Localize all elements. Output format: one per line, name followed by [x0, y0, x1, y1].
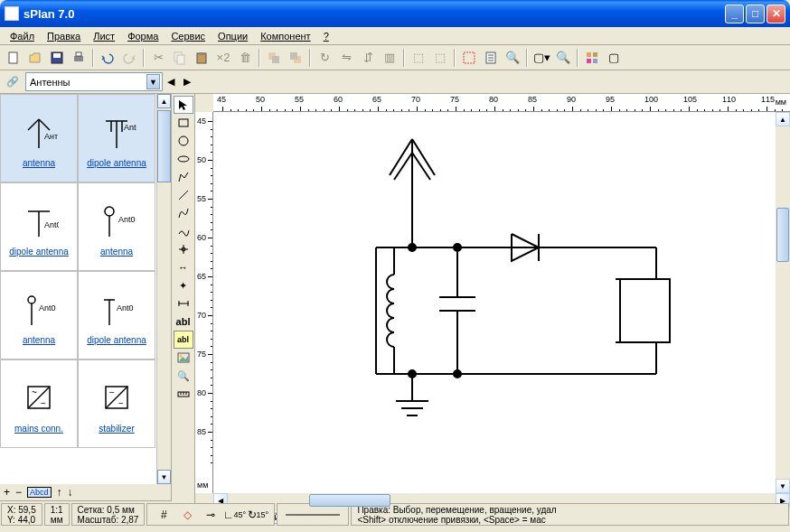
symbol-item[interactable]: Ant0 dipole antenna [0, 182, 78, 271]
symbol-item[interactable]: −− stabilizer [78, 359, 155, 448]
save-button[interactable] [47, 48, 67, 68]
category-dropdown[interactable]: Антенны ▼ [25, 72, 163, 91]
menu-service[interactable]: Сервис [165, 29, 212, 43]
redo-button[interactable] [119, 48, 139, 68]
color-button[interactable] [582, 48, 602, 68]
measure-tool[interactable] [174, 385, 193, 403]
symbol-item[interactable]: Ant0 dipole antenna [78, 94, 155, 182]
node-tool[interactable]: ✦ [174, 276, 193, 294]
minimize-button[interactable]: _ [725, 5, 744, 23]
send-back-button[interactable] [286, 48, 306, 68]
svg-point-37 [28, 296, 35, 303]
undo-button[interactable] [98, 48, 118, 68]
svg-point-73 [409, 244, 416, 251]
symbol-label: antenna [100, 247, 133, 257]
lib-sort-button[interactable]: Abcd [27, 487, 52, 498]
scroll-down-button[interactable]: ▼ [157, 470, 171, 484]
line-tool[interactable] [174, 186, 193, 204]
ungroup-button[interactable]: ⬚ [430, 48, 450, 68]
label-tool[interactable]: abl [174, 331, 193, 349]
vertical-scrollbar[interactable]: ▲ ▼ [776, 112, 790, 493]
menu-form[interactable]: Форма [121, 29, 165, 43]
flip-h-button[interactable]: ⇋ [336, 48, 356, 68]
prev-category-button[interactable]: ◀ [163, 73, 179, 91]
menu-options[interactable]: Опции [212, 29, 254, 43]
list-button[interactable] [481, 48, 501, 68]
special-tool[interactable] [174, 240, 193, 258]
menu-sheet[interactable]: Лист [87, 29, 121, 43]
svg-line-70 [394, 153, 412, 180]
bring-front-button[interactable] [264, 48, 284, 68]
endpoint-icon[interactable]: ⊸ [202, 506, 220, 524]
drawing-canvas[interactable] [213, 112, 776, 493]
scrollbar-thumb[interactable] [776, 208, 789, 262]
cut-button[interactable]: ✂ [148, 48, 168, 68]
zoom-button[interactable]: 🔍 [553, 48, 573, 68]
svg-text:Ант: Ант [44, 132, 58, 141]
symbol-item[interactable]: Ant0 dipole antenna [78, 271, 155, 359]
svg-rect-2 [53, 53, 61, 58]
snap-button[interactable] [459, 48, 479, 68]
menu-file[interactable]: Файл [4, 29, 41, 43]
polygon-tool[interactable] [174, 168, 193, 186]
rotate-button[interactable]: ↻ [315, 48, 334, 68]
lib-down-button[interactable]: ↓ [68, 486, 73, 499]
vertical-ruler: мм 455055606570758085 [195, 112, 213, 493]
maximize-button[interactable]: □ [746, 5, 765, 23]
link-icon[interactable]: 🔗 [4, 73, 22, 91]
symbol-item[interactable]: ~− mains conn. [0, 359, 78, 448]
symbol-item[interactable]: Ant0 antenna [0, 271, 78, 359]
close-button[interactable]: ✕ [766, 5, 785, 23]
freehand-tool[interactable] [174, 222, 193, 240]
print-button[interactable] [69, 48, 89, 68]
page-button[interactable]: ▢▾ [531, 48, 551, 68]
group-button[interactable]: ⬚ [409, 48, 428, 68]
select-tool[interactable] [174, 96, 193, 114]
symbol-item[interactable]: Ант antenna [0, 94, 78, 182]
circle-tool[interactable] [174, 132, 193, 150]
svg-text:−: − [118, 398, 124, 408]
paste-button[interactable] [192, 48, 212, 68]
lib-add-button[interactable]: + [4, 486, 10, 499]
text-tool[interactable]: abl [174, 313, 193, 331]
snap-icon[interactable]: ◇ [178, 506, 196, 524]
menu-edit[interactable]: Правка [41, 29, 87, 43]
open-button[interactable] [25, 48, 45, 68]
lib-up-button[interactable]: ↑ [57, 486, 62, 499]
library-scrollbar[interactable]: ▲ ▼ [156, 94, 171, 484]
arrow-tool[interactable]: ↔ [174, 258, 193, 276]
scrollbar-thumb[interactable] [309, 494, 390, 507]
angle45-icon[interactable]: ∟45° [225, 506, 243, 524]
horizontal-scrollbar[interactable]: ◀ ▶ [213, 493, 790, 508]
symbol-item[interactable]: Ant0 antenna [78, 182, 155, 271]
menu-component[interactable]: Компонент [254, 29, 316, 43]
grid-icon[interactable]: # [155, 506, 173, 524]
flip-v-button[interactable]: ⇵ [358, 48, 378, 68]
dimension-tool[interactable] [174, 294, 193, 313]
bezier-tool[interactable] [174, 204, 193, 222]
menu-help[interactable]: ? [317, 29, 335, 43]
blank-button[interactable]: ▢ [604, 48, 624, 68]
status-grid: Сетка: 0,5 мм Масштаб: 2,87 [71, 503, 146, 526]
zoom-tool[interactable]: 🔍 [174, 367, 193, 385]
image-tool[interactable] [174, 349, 193, 367]
duplicate-button[interactable]: ×2 [213, 48, 233, 68]
next-category-button[interactable]: ▶ [179, 73, 195, 91]
new-button[interactable] [4, 48, 24, 68]
scrollbar-thumb[interactable] [157, 110, 171, 182]
svg-rect-0 [9, 52, 17, 63]
scroll-up-button[interactable]: ▲ [776, 112, 790, 126]
rect-tool[interactable] [174, 114, 193, 132]
copy-button[interactable] [170, 48, 190, 68]
svg-text:−: − [109, 387, 115, 397]
lib-remove-button[interactable]: − [15, 486, 22, 499]
svg-text:−: − [41, 398, 46, 408]
search-button[interactable]: 🔍 [503, 48, 522, 68]
scroll-up-button[interactable]: ▲ [157, 94, 171, 108]
delete-button[interactable]: 🗑 [235, 48, 255, 68]
angle15-icon[interactable]: ↻15° [249, 506, 267, 524]
align-button[interactable]: ▥ [380, 48, 400, 68]
ellipse-tool[interactable] [174, 150, 193, 168]
scroll-down-button[interactable]: ▼ [776, 479, 790, 493]
tool-palette: ↔ ✦ abl abl 🔍 [172, 94, 195, 524]
